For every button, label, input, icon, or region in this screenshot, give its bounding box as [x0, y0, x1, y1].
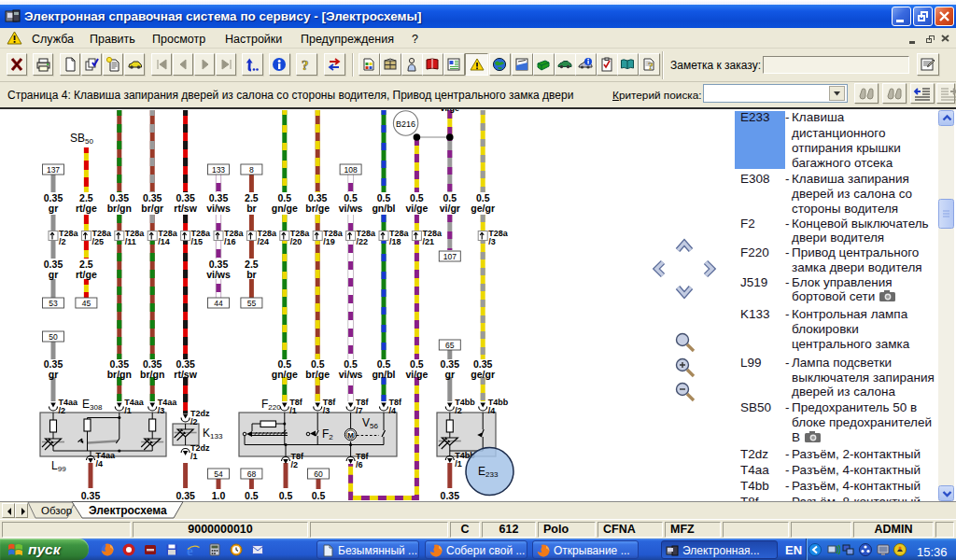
svg-text:0.35: 0.35	[176, 490, 195, 501]
svg-text:/1: /1	[124, 406, 132, 415]
svg-text:gr: gr	[445, 369, 456, 380]
svg-text:vi/ge: vi/ge	[405, 203, 428, 214]
svg-text:vi/ws: vi/ws	[339, 369, 363, 380]
svg-text:Обзор: Обзор	[41, 505, 72, 516]
svg-text:vi/ws: vi/ws	[339, 203, 363, 214]
svg-text:/14: /14	[158, 237, 170, 246]
svg-text:rt/ge: rt/ge	[76, 203, 97, 214]
svg-text:/11: /11	[125, 237, 136, 246]
svg-text:?: ?	[648, 60, 654, 72]
svg-text:/22: /22	[357, 237, 369, 246]
svg-text:/4: /4	[488, 406, 496, 415]
svg-text:53: 53	[49, 299, 58, 308]
svg-text:/3: /3	[158, 406, 165, 415]
svg-text:45: 45	[82, 299, 91, 308]
svg-text:F220: F220	[261, 398, 281, 412]
svg-text:1.0: 1.0	[212, 490, 226, 501]
svg-text:Электросхема: Электросхема	[89, 504, 167, 517]
svg-text:br/gn: br/gn	[107, 369, 132, 380]
svg-text:108: 108	[344, 165, 358, 175]
svg-text:rt/sw: rt/sw	[174, 369, 197, 380]
svg-text:ge/gr: ge/gr	[471, 369, 495, 380]
svg-text:/2: /2	[59, 237, 66, 246]
svg-text:/1: /1	[289, 406, 297, 415]
svg-text:br: br	[246, 269, 257, 280]
svg-text:ge/gr: ge/gr	[471, 203, 495, 214]
svg-text:54: 54	[214, 469, 223, 479]
svg-text:M: M	[347, 431, 354, 440]
svg-text:br: br	[246, 203, 257, 214]
svg-text:SB50: SB50	[70, 132, 93, 146]
svg-text:vi/gr: vi/gr	[440, 203, 460, 214]
svg-text:60: 60	[314, 469, 323, 479]
svg-text:44: 44	[214, 299, 223, 308]
svg-text:/16: /16	[224, 237, 236, 246]
svg-text:107: 107	[443, 252, 457, 261]
svg-text:8: 8	[249, 165, 254, 175]
svg-text:B216: B216	[396, 119, 415, 129]
svg-text:0.5: 0.5	[245, 490, 259, 501]
svg-text:br/gr: br/gr	[141, 203, 163, 214]
svg-text:E308: E308	[82, 398, 103, 412]
svg-text:gr: gr	[49, 203, 59, 214]
svg-text:gn/ge: gn/ge	[272, 203, 298, 214]
svg-text:0.35: 0.35	[81, 490, 101, 501]
svg-text:vi/ws: vi/ws	[206, 269, 231, 280]
svg-text:gn/ge: gn/ge	[272, 369, 298, 380]
svg-text:rt/sw: rt/sw	[174, 203, 197, 214]
svg-text:/19: /19	[323, 237, 335, 246]
svg-text:K133: K133	[203, 427, 223, 441]
svg-text:L99: L99	[51, 459, 66, 473]
svg-text:/1: /1	[455, 459, 462, 469]
svg-text:gn/bl: gn/bl	[372, 369, 395, 380]
svg-text:vi/ws: vi/ws	[206, 203, 231, 214]
svg-text:/2: /2	[59, 406, 66, 415]
svg-text:50: 50	[49, 332, 58, 342]
svg-text:/18: /18	[389, 237, 401, 246]
svg-text:65: 65	[445, 341, 455, 350]
svg-text:/24: /24	[257, 237, 269, 246]
svg-text:br/ge: br/ge	[305, 203, 330, 214]
svg-text:/25: /25	[91, 237, 104, 246]
svg-text:/3: /3	[488, 237, 496, 246]
svg-text:vi/ge: vi/ge	[441, 109, 460, 113]
svg-text:/6: /6	[356, 460, 363, 469]
svg-text:137: 137	[47, 165, 60, 175]
svg-text:0.35: 0.35	[441, 490, 460, 501]
svg-text:vi/ge: vi/ge	[405, 369, 428, 380]
svg-text:55: 55	[247, 299, 257, 308]
svg-text:/3: /3	[323, 406, 330, 415]
svg-text:/7: /7	[356, 406, 363, 415]
svg-text:gn/bl: gn/bl	[372, 203, 395, 214]
svg-text:/20: /20	[290, 237, 302, 246]
svg-text:/15: /15	[191, 237, 204, 246]
svg-text:rt/ge: rt/ge	[76, 269, 97, 280]
svg-text:e: e	[187, 543, 193, 556]
svg-text:/4: /4	[389, 406, 397, 415]
svg-text:/2: /2	[455, 406, 462, 415]
svg-text:/21: /21	[422, 237, 434, 246]
svg-text:133: 133	[212, 165, 225, 175]
svg-text:/2: /2	[291, 460, 299, 469]
svg-text:br/ge: br/ge	[305, 369, 330, 380]
svg-text:0.5: 0.5	[279, 490, 293, 501]
svg-text:?: ?	[302, 58, 309, 72]
svg-text:0.5: 0.5	[312, 490, 326, 501]
svg-text:gr: gr	[49, 269, 59, 280]
svg-text:gr: gr	[49, 369, 59, 380]
svg-text:br/gn: br/gn	[140, 369, 164, 380]
svg-text:/2: /2	[190, 417, 198, 427]
svg-text:/4: /4	[96, 459, 104, 469]
svg-text:68: 68	[247, 469, 257, 479]
svg-text:/1: /1	[190, 452, 198, 461]
svg-text:br/gn: br/gn	[107, 203, 132, 214]
